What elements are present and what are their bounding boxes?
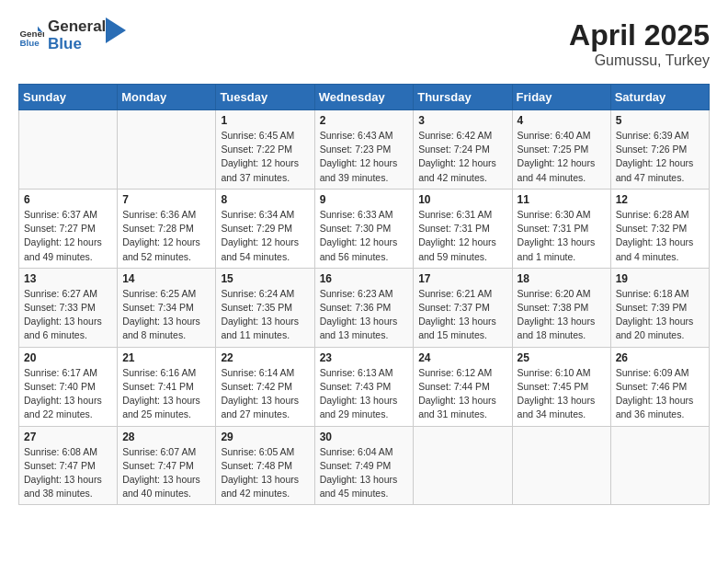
calendar-cell: 24Sunrise: 6:12 AM Sunset: 7:44 PM Dayli… (414, 347, 512, 426)
page-header: General Blue General Blue April 2025 Gum… (18, 18, 710, 69)
calendar-cell: 7Sunrise: 6:36 AM Sunset: 7:28 PM Daylig… (118, 189, 216, 268)
day-info: Sunrise: 6:20 AM Sunset: 7:38 PM Dayligh… (518, 287, 606, 343)
calendar-week-4: 20Sunrise: 6:17 AM Sunset: 7:40 PM Dayli… (19, 347, 710, 426)
calendar-cell: 23Sunrise: 6:13 AM Sunset: 7:43 PM Dayli… (314, 347, 414, 426)
calendar-cell: 21Sunrise: 6:16 AM Sunset: 7:41 PM Dayli… (118, 347, 216, 426)
day-number: 1 (221, 114, 309, 127)
day-number: 30 (320, 431, 409, 443)
logo: General Blue General Blue (18, 18, 126, 52)
day-info: Sunrise: 6:30 AM Sunset: 7:31 PM Dayligh… (518, 208, 606, 264)
title-block: April 2025 Gumussu, Turkey (569, 18, 710, 69)
calendar-cell (414, 426, 512, 505)
calendar-cell: 25Sunrise: 6:10 AM Sunset: 7:45 PM Dayli… (512, 347, 610, 426)
day-number: 16 (320, 272, 409, 285)
day-number: 6 (24, 193, 112, 206)
day-number: 26 (616, 351, 704, 364)
calendar-cell: 9Sunrise: 6:33 AM Sunset: 7:30 PM Daylig… (314, 189, 414, 268)
day-info: Sunrise: 6:07 AM Sunset: 7:47 PM Dayligh… (122, 445, 210, 501)
day-info: Sunrise: 6:18 AM Sunset: 7:39 PM Dayligh… (616, 287, 704, 343)
day-info: Sunrise: 6:14 AM Sunset: 7:42 PM Dayligh… (221, 366, 309, 422)
day-info: Sunrise: 6:37 AM Sunset: 7:27 PM Dayligh… (24, 208, 112, 264)
calendar-cell: 17Sunrise: 6:21 AM Sunset: 7:37 PM Dayli… (414, 268, 512, 347)
day-info: Sunrise: 6:36 AM Sunset: 7:28 PM Dayligh… (122, 208, 210, 264)
day-number: 29 (221, 431, 309, 443)
calendar-cell (610, 426, 709, 505)
calendar-cell: 3Sunrise: 6:42 AM Sunset: 7:24 PM Daylig… (414, 110, 512, 190)
day-info: Sunrise: 6:16 AM Sunset: 7:41 PM Dayligh… (122, 366, 210, 422)
calendar-week-3: 13Sunrise: 6:27 AM Sunset: 7:33 PM Dayli… (19, 268, 710, 347)
day-number: 13 (24, 272, 112, 285)
weekday-header-tuesday: Tuesday (216, 85, 314, 110)
day-info: Sunrise: 6:27 AM Sunset: 7:33 PM Dayligh… (24, 287, 112, 343)
logo-general-text: General (48, 18, 106, 36)
day-number: 5 (616, 114, 704, 127)
weekday-header-monday: Monday (118, 85, 216, 110)
day-info: Sunrise: 6:42 AM Sunset: 7:24 PM Dayligh… (418, 129, 506, 185)
calendar-cell (19, 110, 118, 190)
day-number: 10 (418, 193, 506, 206)
svg-text:Blue: Blue (19, 38, 40, 48)
calendar-week-1: 1Sunrise: 6:45 AM Sunset: 7:22 PM Daylig… (19, 110, 710, 190)
day-number: 4 (518, 114, 606, 127)
calendar-cell (118, 110, 216, 190)
calendar-cell: 11Sunrise: 6:30 AM Sunset: 7:31 PM Dayli… (512, 189, 610, 268)
day-number: 24 (418, 351, 506, 364)
weekday-header-thursday: Thursday (414, 85, 512, 110)
weekday-header-sunday: Sunday (19, 85, 118, 110)
day-info: Sunrise: 6:39 AM Sunset: 7:26 PM Dayligh… (616, 129, 704, 185)
day-number: 8 (221, 193, 309, 206)
day-number: 22 (221, 351, 309, 364)
calendar-cell: 4Sunrise: 6:40 AM Sunset: 7:25 PM Daylig… (512, 110, 610, 190)
day-number: 23 (320, 351, 409, 364)
calendar-cell: 6Sunrise: 6:37 AM Sunset: 7:27 PM Daylig… (19, 189, 118, 268)
calendar-table: SundayMondayTuesdayWednesdayThursdayFrid… (18, 84, 710, 505)
day-number: 28 (122, 431, 210, 443)
weekday-header-wednesday: Wednesday (314, 85, 414, 110)
calendar-cell: 29Sunrise: 6:05 AM Sunset: 7:48 PM Dayli… (216, 426, 314, 505)
calendar-week-2: 6Sunrise: 6:37 AM Sunset: 7:27 PM Daylig… (19, 189, 710, 268)
day-info: Sunrise: 6:05 AM Sunset: 7:48 PM Dayligh… (221, 445, 309, 501)
day-info: Sunrise: 6:23 AM Sunset: 7:36 PM Dayligh… (320, 287, 409, 343)
day-info: Sunrise: 6:43 AM Sunset: 7:23 PM Dayligh… (320, 129, 409, 185)
calendar-cell: 19Sunrise: 6:18 AM Sunset: 7:39 PM Dayli… (610, 268, 709, 347)
day-number: 15 (221, 272, 309, 285)
logo-icon: General Blue (18, 23, 44, 49)
day-number: 19 (616, 272, 704, 285)
calendar-cell: 22Sunrise: 6:14 AM Sunset: 7:42 PM Dayli… (216, 347, 314, 426)
day-number: 17 (418, 272, 506, 285)
day-info: Sunrise: 6:08 AM Sunset: 7:47 PM Dayligh… (24, 445, 112, 501)
month-title: April 2025 (569, 18, 710, 52)
day-number: 12 (616, 193, 704, 206)
day-number: 25 (518, 351, 606, 364)
day-info: Sunrise: 6:40 AM Sunset: 7:25 PM Dayligh… (518, 129, 606, 185)
day-info: Sunrise: 6:10 AM Sunset: 7:45 PM Dayligh… (518, 366, 606, 422)
svg-marker-3 (106, 17, 126, 43)
day-info: Sunrise: 6:45 AM Sunset: 7:22 PM Dayligh… (221, 129, 309, 185)
calendar-cell: 27Sunrise: 6:08 AM Sunset: 7:47 PM Dayli… (19, 426, 118, 505)
day-info: Sunrise: 6:28 AM Sunset: 7:32 PM Dayligh… (616, 208, 704, 264)
weekday-header-saturday: Saturday (610, 85, 709, 110)
calendar-cell: 18Sunrise: 6:20 AM Sunset: 7:38 PM Dayli… (512, 268, 610, 347)
logo-blue-text: Blue (48, 36, 106, 53)
day-number: 18 (518, 272, 606, 285)
calendar-cell: 1Sunrise: 6:45 AM Sunset: 7:22 PM Daylig… (216, 110, 314, 190)
day-info: Sunrise: 6:33 AM Sunset: 7:30 PM Dayligh… (320, 208, 409, 264)
calendar-cell: 15Sunrise: 6:24 AM Sunset: 7:35 PM Dayli… (216, 268, 314, 347)
day-info: Sunrise: 6:24 AM Sunset: 7:35 PM Dayligh… (221, 287, 309, 343)
day-info: Sunrise: 6:12 AM Sunset: 7:44 PM Dayligh… (418, 366, 506, 422)
day-info: Sunrise: 6:21 AM Sunset: 7:37 PM Dayligh… (418, 287, 506, 343)
day-info: Sunrise: 6:25 AM Sunset: 7:34 PM Dayligh… (122, 287, 210, 343)
calendar-cell: 26Sunrise: 6:09 AM Sunset: 7:46 PM Dayli… (610, 347, 709, 426)
day-number: 11 (518, 193, 606, 206)
day-number: 14 (122, 272, 210, 285)
calendar-cell: 10Sunrise: 6:31 AM Sunset: 7:31 PM Dayli… (414, 189, 512, 268)
location-title: Gumussu, Turkey (569, 52, 710, 69)
day-info: Sunrise: 6:09 AM Sunset: 7:46 PM Dayligh… (616, 366, 704, 422)
weekday-header-row: SundayMondayTuesdayWednesdayThursdayFrid… (19, 85, 710, 110)
day-number: 2 (320, 114, 409, 127)
calendar-cell: 30Sunrise: 6:04 AM Sunset: 7:49 PM Dayli… (314, 426, 414, 505)
calendar-cell: 8Sunrise: 6:34 AM Sunset: 7:29 PM Daylig… (216, 189, 314, 268)
day-info: Sunrise: 6:04 AM Sunset: 7:49 PM Dayligh… (320, 445, 409, 501)
weekday-header-friday: Friday (512, 85, 610, 110)
calendar-cell: 12Sunrise: 6:28 AM Sunset: 7:32 PM Dayli… (610, 189, 709, 268)
